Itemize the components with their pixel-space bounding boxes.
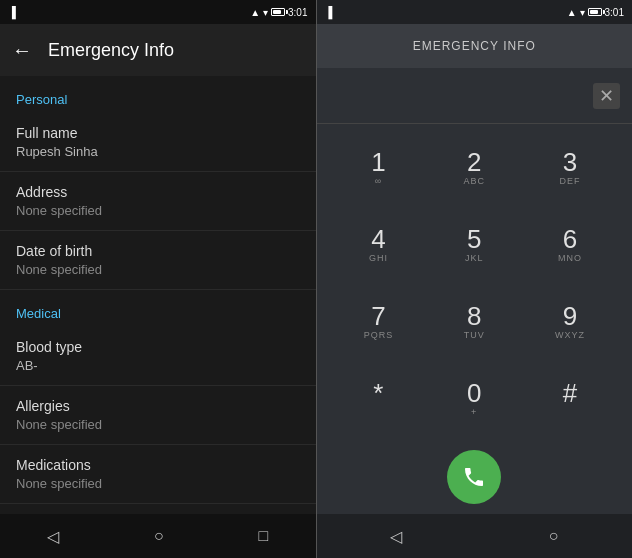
dial-bottom	[317, 444, 633, 514]
dial-letters-1: ∞	[375, 176, 382, 188]
signal-icon: ▐	[8, 6, 16, 18]
right-panel: ▐ ▲ ▾ 3:01 EMERGENCY INFO ✕ 1 ∞ 2 ABC 3 …	[317, 0, 633, 558]
dial-letters-6: MNO	[558, 253, 582, 265]
address-label: Address	[16, 184, 300, 200]
time-left: 3:01	[288, 7, 307, 18]
address-value: None specified	[16, 203, 300, 218]
dial-num-5: 5	[467, 226, 481, 252]
dialpad: 1 ∞ 2 ABC 3 DEF 4 GHI 5 JKL 6 MNO 7 PQRS…	[317, 124, 633, 444]
bloodtype-label: Blood type	[16, 339, 300, 355]
recents-nav-icon[interactable]: □	[258, 527, 268, 545]
medications-label: Medications	[16, 457, 300, 473]
dial-key-6[interactable]: 6 MNO	[524, 209, 616, 282]
emergency-header-text: EMERGENCY INFO	[413, 39, 536, 53]
dial-key-8[interactable]: 8 TUV	[428, 286, 520, 359]
dial-key-star[interactable]: *	[333, 363, 425, 436]
section-header-personal: Personal	[0, 76, 316, 113]
dial-letters-5: JKL	[465, 253, 484, 265]
dial-num-2: 2	[467, 149, 481, 175]
dial-num-0: 0	[467, 380, 481, 406]
allergies-label: Allergies	[16, 398, 300, 414]
time-right: 3:01	[605, 7, 624, 18]
dial-num-hash: #	[563, 380, 577, 406]
dial-letters-4: GHI	[369, 253, 388, 265]
section-header-medical: Medical	[0, 290, 316, 327]
screen-title: Emergency Info	[48, 40, 174, 61]
wifi-icon-right: ▾	[580, 7, 585, 18]
dial-key-3[interactable]: 3 DEF	[524, 132, 616, 205]
wifi-icon: ▾	[263, 7, 268, 18]
dial-num-star: *	[373, 380, 383, 406]
nav-bar-left: ◁ ○ □	[0, 514, 316, 558]
info-item-dob[interactable]: Date of birth None specified	[0, 231, 316, 290]
dob-value: None specified	[16, 262, 300, 277]
dial-num-1: 1	[371, 149, 385, 175]
dial-letters-8: TUV	[464, 330, 485, 342]
dial-num-3: 3	[563, 149, 577, 175]
dial-letters-9: WXYZ	[555, 330, 585, 342]
info-item-medical-notes[interactable]: Medical conditions and notes None specif…	[0, 504, 316, 514]
status-bar-left: ▐ ▲ ▾ 3:01	[0, 0, 316, 24]
status-bar-right: ▐ ▲ ▾ 3:01	[317, 0, 633, 24]
left-panel: ▐ ▲ ▾ 3:01 ← Emergency Info Personal Ful…	[0, 0, 316, 558]
phone-icon	[462, 465, 486, 489]
dial-num-9: 9	[563, 303, 577, 329]
dial-letters-0: +	[471, 407, 477, 419]
info-item-medications[interactable]: Medications None specified	[0, 445, 316, 504]
back-button[interactable]: ←	[12, 39, 32, 62]
dial-key-0[interactable]: 0 +	[428, 363, 520, 436]
back-nav-icon-right[interactable]: ◁	[390, 527, 402, 546]
home-nav-icon-right[interactable]: ○	[549, 527, 559, 545]
allergies-value: None specified	[16, 417, 300, 432]
dial-key-9[interactable]: 9 WXYZ	[524, 286, 616, 359]
dial-num-8: 8	[467, 303, 481, 329]
dial-num-6: 6	[563, 226, 577, 252]
battery-icon-left	[271, 7, 285, 18]
delete-button[interactable]: ✕	[593, 83, 620, 109]
dob-label: Date of birth	[16, 243, 300, 259]
network-icon: ▲	[250, 7, 260, 18]
fullname-value: Rupesh Sinha	[16, 144, 300, 159]
dial-num-7: 7	[371, 303, 385, 329]
dial-letters-7: PQRS	[364, 330, 394, 342]
dial-letters-3: DEF	[560, 176, 581, 188]
dial-key-1[interactable]: 1 ∞	[333, 132, 425, 205]
battery-icon-right	[588, 7, 602, 18]
dial-letters-2: ABC	[463, 176, 485, 188]
call-button[interactable]	[447, 450, 501, 504]
info-item-address[interactable]: Address None specified	[0, 172, 316, 231]
nav-bar-right: ◁ ○	[317, 514, 633, 558]
dial-display: ✕	[317, 68, 633, 124]
dial-key-4[interactable]: 4 GHI	[333, 209, 425, 282]
toolbar-left: ← Emergency Info	[0, 24, 316, 76]
info-content: Personal Full name Rupesh Sinha Address …	[0, 76, 316, 514]
home-nav-icon[interactable]: ○	[154, 527, 164, 545]
dial-key-5[interactable]: 5 JKL	[428, 209, 520, 282]
signal-icon-right: ▐	[325, 6, 333, 18]
info-item-fullname[interactable]: Full name Rupesh Sinha	[0, 113, 316, 172]
back-nav-icon[interactable]: ◁	[47, 527, 59, 546]
info-item-bloodtype[interactable]: Blood type AB-	[0, 327, 316, 386]
emergency-info-header: EMERGENCY INFO	[317, 24, 633, 68]
dial-key-hash[interactable]: #	[524, 363, 616, 436]
dial-key-7[interactable]: 7 PQRS	[333, 286, 425, 359]
medications-value: None specified	[16, 476, 300, 491]
info-item-allergies[interactable]: Allergies None specified	[0, 386, 316, 445]
dial-key-2[interactable]: 2 ABC	[428, 132, 520, 205]
bloodtype-value: AB-	[16, 358, 300, 373]
network-icon-right: ▲	[567, 7, 577, 18]
fullname-label: Full name	[16, 125, 300, 141]
dial-num-4: 4	[371, 226, 385, 252]
